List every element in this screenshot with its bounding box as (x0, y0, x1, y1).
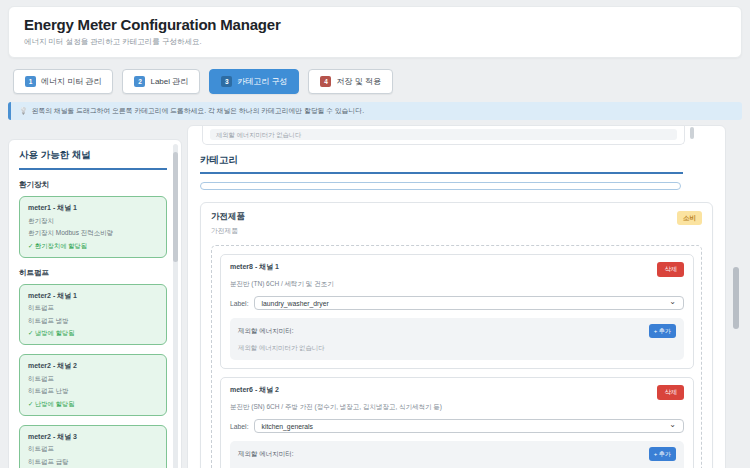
add-meter-button[interactable]: + 추가 (649, 447, 676, 461)
label-field-caption: Label: (230, 423, 249, 430)
scrolled-card-remnant: 제외할 에너지미터가 없습니다 (202, 126, 685, 145)
lightbulb-icon: 💡 (19, 107, 28, 115)
available-channels-panel: 사용 가능한 채널 환기장치 meter1 - 채널 1 환기장치 환기장치 M… (8, 139, 182, 468)
channel-card[interactable]: meter1 - 채널 1 환기장치 환기장치 Modbus 전력소비량 ✓ 환… (19, 196, 167, 258)
tab-category-config[interactable]: 3 카테고리 구성 (209, 69, 299, 94)
remnant-empty-text: 제외할 에너지미터가 없습니다 (210, 129, 677, 140)
channel-assigned-status: ✓ 환기장치에 할당됨 (28, 242, 158, 251)
channel-card[interactable]: meter2 - 채널 3 히트펌프 히트펌프 급탕 ✓ 급탕에 할당됨 (19, 425, 167, 468)
step-tabs: 1 에너지 미터 관리 2 Label 관리 3 카테고리 구성 4 저장 및 … (13, 69, 742, 94)
main-columns: 사용 가능한 채널 환기장치 meter1 - 채널 1 환기장치 환기장치 M… (8, 125, 726, 468)
channel-title: meter2 - 채널 2 (28, 361, 158, 371)
channel-title: meter1 - 채널 1 (28, 203, 158, 213)
exclude-meters-label: 제외할 에너지미터: (238, 450, 294, 459)
no-exclude-meters-text: 제외할 에너지미터가 없습니다 (238, 344, 676, 353)
channel-desc: 분전반 (SN) 6CH / 주방 가전 (정수기, 냉장고, 김치냉장고, 식… (230, 403, 684, 412)
channel-assigned-status: ✓ 난방에 할당됨 (28, 400, 158, 409)
tab-label: 에너지 미터 관리 (41, 76, 101, 87)
categories-panel: 제외할 에너지미터가 없습니다 카테고리 가전제품 가전제품 소비 meter8… (187, 125, 726, 468)
info-text: 왼쪽의 채널을 드래그하여 오른쪽 카테고리에 드롭하세요. 각 채널은 하나의… (32, 106, 364, 116)
channel-title: meter2 - 채널 3 (28, 432, 158, 442)
category-subtitle: 가전제품 (211, 226, 245, 236)
channel-title: meter2 - 채널 1 (28, 291, 158, 301)
page-title: Energy Meter Configuration Manager (24, 16, 726, 33)
label-select[interactable]: laundry_washer_dryer ⌄ (254, 296, 684, 310)
left-panel-scrollbar-thumb[interactable] (173, 152, 178, 262)
delete-button[interactable]: 삭제 (657, 385, 684, 400)
step-3-badge: 3 (221, 76, 232, 87)
exclude-meters-box: 제외할 에너지미터: + 추가 제외할 에너지미터가 없습니다 (230, 318, 684, 360)
channel-group-ventilation: 환기장치 meter1 - 채널 1 환기장치 환기장치 Modbus 전력소비… (19, 180, 167, 258)
step-4-badge: 4 (320, 76, 331, 87)
category-title: 가전제품 (211, 211, 245, 223)
channel-line: 히트펌프 급탕 (28, 458, 158, 467)
channel-desc: 분전반 (TN) 6CH / 세탁기 및 건조기 (230, 280, 684, 289)
channel-card[interactable]: meter2 - 채널 1 히트펌프 히트펌프 냉방 ✓ 냉방에 할당됨 (19, 284, 167, 346)
channel-card[interactable]: meter2 - 채널 2 히트펌프 히트펌프 난방 ✓ 난방에 할당됨 (19, 354, 167, 416)
channel-line: 히트펌프 (28, 375, 158, 384)
page-subtitle: 에너지 미터 설정을 관리하고 카테고리를 구성하세요. (24, 37, 726, 47)
add-meter-button[interactable]: + 추가 (649, 324, 676, 338)
app-window: Energy Meter Configuration Manager 에너지 미… (0, 0, 750, 468)
channel-line: 히트펌프 (28, 445, 158, 454)
category-type-badge: 소비 (677, 211, 702, 225)
exclude-meters-box: 제외할 에너지미터: + 추가 제외할 에너지미터가 없습니다 (230, 441, 684, 468)
channel-assigned-status: ✓ 냉방에 할당됨 (28, 329, 158, 338)
group-label: 환기장치 (19, 180, 167, 190)
tab-save-apply[interactable]: 4 저장 및 적용 (308, 69, 392, 94)
new-category-input[interactable] (200, 182, 681, 190)
tab-label-management[interactable]: 2 Label 관리 (122, 69, 200, 94)
label-select-value: kitchen_generals (262, 423, 313, 430)
assigned-channel-card: meter6 - 채널 2 삭제 분전반 (SN) 6CH / 주방 가전 (정… (220, 377, 694, 468)
category-dropzone[interactable]: meter8 - 채널 1 삭제 분전반 (TN) 6CH / 세탁기 및 건조… (211, 245, 702, 468)
channel-line: 히트펌프 (28, 304, 158, 313)
group-label: 히트펌프 (19, 268, 167, 278)
exclude-meters-label: 제외할 에너지미터: (238, 327, 294, 336)
assigned-channel-card: meter8 - 채널 1 삭제 분전반 (TN) 6CH / 세탁기 및 건조… (220, 254, 694, 369)
header-card: Energy Meter Configuration Manager 에너지 미… (8, 6, 742, 58)
label-select-value: laundry_washer_dryer (262, 300, 329, 307)
label-field-caption: Label: (230, 300, 249, 307)
category-card-titles: 가전제품 가전제품 (211, 211, 245, 236)
delete-button[interactable]: 삭제 (657, 262, 684, 277)
label-select[interactable]: kitchen_generals ⌄ (254, 419, 684, 433)
tab-energy-meter-management[interactable]: 1 에너지 미터 관리 (13, 69, 113, 94)
channel-line: 히트펌프 냉방 (28, 317, 158, 326)
available-channels-heading: 사용 가능한 채널 (19, 149, 167, 170)
step-1-badge: 1 (25, 76, 36, 87)
channel-line: 환기장치 (28, 217, 158, 226)
tab-label: 저장 및 적용 (336, 76, 380, 87)
chevron-down-icon: ⌄ (669, 422, 676, 428)
chevron-down-icon: ⌄ (669, 299, 676, 305)
categories-heading: 카테고리 (200, 154, 683, 174)
step-2-badge: 2 (134, 76, 145, 87)
page-scrollbar-thumb[interactable] (733, 267, 739, 329)
tab-label: Label 관리 (150, 76, 188, 87)
channel-group-heatpump: 히트펌프 meter2 - 채널 1 히트펌프 히트펌프 냉방 ✓ 냉방에 할당… (19, 268, 167, 468)
tab-label: 카테고리 구성 (237, 76, 287, 87)
category-card: 가전제품 가전제품 소비 meter8 - 채널 1 삭제 분전반 (TN) 6… (200, 202, 713, 468)
channel-line: 히트펌프 난방 (28, 387, 158, 396)
channel-line: 환기장치 Modbus 전력소비량 (28, 229, 158, 238)
info-banner: 💡 왼쪽의 채널을 드래그하여 오른쪽 카테고리에 드롭하세요. 각 채널은 하… (8, 102, 742, 120)
channel-title: meter6 - 채널 2 (230, 385, 279, 395)
channel-title: meter8 - 채널 1 (230, 262, 279, 272)
